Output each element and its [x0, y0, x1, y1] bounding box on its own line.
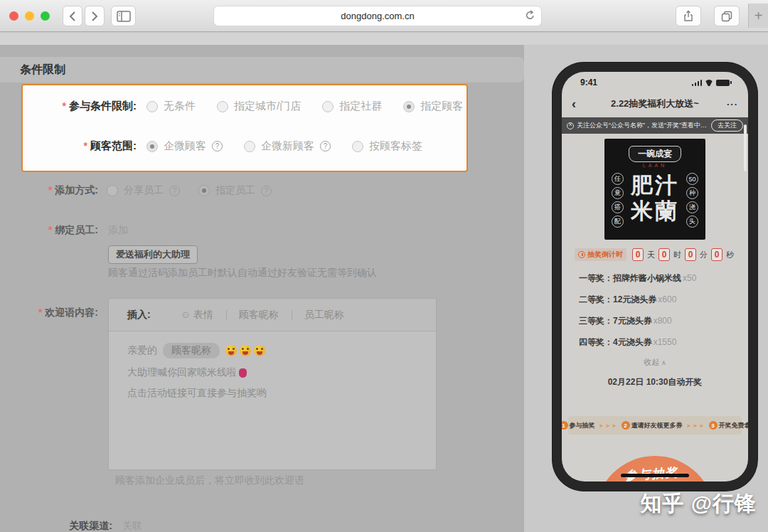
radio-wecom-customer[interactable]: 企微顾客	[146, 139, 223, 153]
tabs-icon	[721, 11, 732, 22]
add-staff-link[interactable]: 添加	[108, 224, 128, 237]
add-method-radio-group: 分享员工 指定员工	[107, 184, 272, 197]
radio-specified-customer[interactable]: 指定顾客	[403, 100, 463, 113]
poster-left-text: 任 意 搭 配	[612, 173, 624, 228]
forward-button[interactable]	[85, 6, 105, 26]
step-number-badge: 2	[622, 421, 630, 430]
wifi-icon	[705, 80, 713, 86]
radio-wecom-new-customer[interactable]: 企微新顾客	[244, 139, 331, 153]
countdown-days: 0	[632, 248, 644, 261]
insert-customer-nickname-button[interactable]: 顾客昵称	[226, 309, 292, 321]
page-top-strip	[0, 33, 768, 45]
radio-share-staff[interactable]: 分享员工	[107, 184, 180, 197]
sidebar-toggle-button[interactable]	[111, 6, 136, 26]
signal-icon	[692, 80, 703, 86]
radio-no-condition[interactable]: 无条件	[146, 100, 196, 113]
scrollbar[interactable]	[744, 124, 747, 171]
chevron-up-icon	[659, 358, 666, 366]
countdown-minutes: 0	[685, 248, 696, 261]
insert-label: 插入:	[127, 309, 151, 321]
editor-toolbar: 插入: ☺ 表情 顾客昵称 员工昵称	[109, 299, 436, 331]
form-panel: 条件限制 *参与条件限制: 无条件 指定城市/门店 指定社群 指定顾客 *顾客范…	[0, 45, 524, 532]
step-separator: ＞＞＞	[686, 422, 705, 430]
help-icon[interactable]	[261, 186, 272, 196]
draw-time-text: 02月22日 10:30自动开奖	[562, 376, 748, 388]
phone-status-bar: 9:41	[562, 76, 748, 89]
radio-customer-tag[interactable]: 按顾客标签	[352, 139, 422, 153]
customer-nickname-chip[interactable]: 顾客昵称	[163, 343, 220, 358]
close-window-button[interactable]	[9, 11, 18, 21]
add-method-row: *添加方式: 分享员工 指定员工	[0, 184, 272, 197]
plus-icon: +	[754, 8, 763, 24]
radio-circle-icon	[198, 185, 210, 196]
help-icon[interactable]	[212, 141, 223, 151]
channel-label: 关联渠道:	[69, 520, 112, 531]
bind-staff-label: 绑定员工:	[55, 224, 98, 235]
minimize-window-button[interactable]	[25, 11, 34, 21]
poster-subtext: LAAN	[643, 163, 667, 168]
chevron-left-icon	[69, 11, 76, 21]
radio-community[interactable]: 指定社群	[322, 100, 382, 113]
tongue-emoji-icon	[239, 368, 247, 378]
participation-row: *参与条件限制: 无条件 指定城市/门店 指定社群 指定顾客	[23, 100, 463, 113]
step-number-badge: 3	[709, 421, 718, 430]
staff-tag[interactable]: 爱送福利的大助理	[108, 245, 198, 264]
collapse-link[interactable]: 收起	[562, 357, 748, 368]
required-asterisk: *	[63, 100, 66, 112]
new-tab-button[interactable]: +	[748, 4, 768, 28]
welcome-label: 欢迎语内容:	[45, 307, 98, 318]
insert-emoji-button[interactable]: ☺ 表情	[168, 309, 226, 321]
prize-row-4: 四等奖：4元浇头券x1550	[579, 336, 676, 349]
participation-radio-group: 无条件 指定城市/门店 指定社群 指定顾客	[146, 100, 463, 113]
banner-text: 关注公众号“公众号名称”，发送“开奖”查看中奖...	[577, 121, 708, 130]
refresh-icon[interactable]	[526, 10, 535, 23]
scope-label: 顾客范围:	[90, 139, 137, 151]
browser-toolbar: dongdong.com.cn +	[0, 0, 768, 32]
chevron-right-icon	[91, 11, 98, 21]
tongue-out-emoji-icon	[240, 345, 251, 356]
radio-specified-staff[interactable]: 指定员工	[198, 184, 272, 197]
battery-icon	[716, 80, 730, 86]
tongue-out-emoji-icon	[254, 345, 265, 356]
tongue-out-emoji-icon	[225, 345, 237, 356]
radio-city-store[interactable]: 指定城市/门店	[217, 100, 301, 113]
help-icon[interactable]	[169, 186, 180, 196]
welcome-line-1: 亲爱的 顾客昵称	[127, 343, 417, 358]
welcome-line-2: 大助理喊你回家嗦米线啦	[127, 366, 417, 379]
customer-scope-row: *顾客范围: 企微顾客 企微新顾客 按顾客标签	[23, 139, 422, 153]
radio-circle-icon	[322, 101, 334, 112]
bind-staff-row: *绑定员工: 添加	[0, 224, 128, 237]
prize-row-2: 二等奖：12元浇头券x600	[579, 294, 676, 306]
url-text: dongdong.com.cn	[341, 11, 414, 21]
follow-button[interactable]: 去关注	[711, 119, 743, 132]
step-2: 2邀请好友领更多券	[622, 421, 683, 430]
radio-circle-icon	[244, 141, 255, 152]
channel-row: 关联渠道: 关联	[41, 520, 142, 532]
back-button[interactable]	[63, 6, 82, 26]
join-lottery-button[interactable]: 参与抽奖	[595, 456, 715, 482]
home-indicator	[621, 474, 689, 477]
welcome-textarea[interactable]: 亲爱的 顾客昵称 大助理喊你回家嗦米线啦 点击活动链接可直接参与抽奖哟	[109, 331, 436, 469]
add-method-label: 添加方式:	[55, 184, 98, 196]
radio-circle-icon	[146, 141, 158, 152]
radio-circle-icon	[107, 185, 118, 196]
more-menu-icon[interactable]: ···	[727, 99, 738, 110]
close-icon[interactable]	[567, 122, 574, 129]
zoom-window-button[interactable]	[41, 11, 50, 21]
watermark: 知乎 @行锋	[640, 489, 757, 518]
address-bar[interactable]: dongdong.com.cn	[213, 6, 542, 26]
channel-link[interactable]: 关联	[122, 520, 142, 532]
share-button[interactable]	[676, 6, 701, 26]
required-asterisk: *	[48, 184, 52, 196]
smiley-icon: ☺	[181, 309, 193, 320]
help-icon[interactable]	[320, 141, 331, 151]
poster-top-banner: 一碗成宴	[629, 146, 681, 162]
share-icon	[683, 10, 693, 22]
required-asterisk: *	[38, 307, 42, 318]
highlighted-condition-box: *参与条件限制: 无条件 指定城市/门店 指定社群 指定顾客 *顾客范围: 企微…	[21, 84, 468, 172]
insert-staff-nickname-button[interactable]: 员工昵称	[292, 309, 357, 321]
radio-circle-icon	[146, 101, 158, 112]
tab-overview-button[interactable]	[714, 6, 740, 26]
welcome-editor: 插入: ☺ 表情 顾客昵称 员工昵称 亲爱的 顾客昵称 大助理喊你回家嗦米线啦	[108, 298, 437, 470]
sidebar-icon	[117, 11, 131, 22]
